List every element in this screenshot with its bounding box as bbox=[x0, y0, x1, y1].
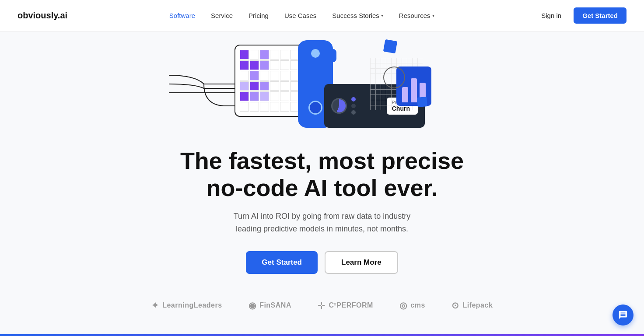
chat-icon bbox=[618, 310, 628, 320]
hero-get-started-button[interactable]: Get Started bbox=[246, 251, 318, 274]
chevron-down-icon: ▾ bbox=[381, 13, 383, 18]
bottom-bar bbox=[0, 334, 644, 336]
chevron-down-icon: ▾ bbox=[432, 13, 434, 18]
logo-lifepack: ⊙ Lifepack bbox=[452, 300, 493, 311]
hero-subtitle: Turn AI into ROI by going from raw data … bbox=[221, 210, 423, 235]
logo-cms: ◎ cms bbox=[399, 300, 425, 311]
dot-1 bbox=[351, 97, 356, 102]
logos-strip: ✦ LearningLeaders ◉ FinSANA ⊹ C²PERFORM … bbox=[134, 300, 511, 311]
chat-widget[interactable] bbox=[612, 304, 634, 326]
nav-link-service[interactable]: Service bbox=[211, 12, 233, 19]
lifepack-icon: ⊙ bbox=[452, 300, 459, 311]
grid-device bbox=[234, 45, 304, 117]
nav-links: Software Service Pricing Use Cases Succe… bbox=[169, 12, 434, 19]
deco-square-2 bbox=[417, 97, 427, 107]
nav-link-use-cases[interactable]: Use Cases bbox=[284, 12, 316, 19]
navigation: obviously.ai Software Service Pricing Us… bbox=[0, 0, 644, 32]
nav-actions: Sign in Get Started bbox=[536, 7, 626, 24]
dial-icon bbox=[331, 98, 347, 114]
nav-link-software[interactable]: Software bbox=[169, 12, 195, 19]
c2perform-icon: ⊹ bbox=[318, 300, 326, 311]
hero-learn-more-button[interactable]: Learn More bbox=[325, 251, 398, 274]
logo[interactable]: obviously.ai bbox=[18, 10, 67, 21]
get-started-nav-button[interactable]: Get Started bbox=[574, 7, 626, 24]
nav-link-resources[interactable]: Resources ▾ bbox=[399, 12, 434, 19]
learning-leaders-icon: ✦ bbox=[151, 300, 159, 311]
deco-square-1 bbox=[383, 39, 397, 53]
dot-2 bbox=[351, 104, 356, 108]
hero-title: The fastest, most precise no-code AI too… bbox=[169, 147, 475, 201]
finsana-icon: ◉ bbox=[248, 300, 256, 311]
hero-section: Predicting: Churn The fastest, most prec… bbox=[0, 32, 644, 328]
nav-link-success-stories[interactable]: Success Stories ▾ bbox=[332, 12, 383, 19]
logo-learning-leaders: ✦ LearningLeaders bbox=[151, 300, 222, 311]
logo-finsana: ◉ FinSANA bbox=[248, 300, 291, 311]
chart-bar-2 bbox=[411, 78, 417, 102]
chart-bar-1 bbox=[402, 87, 408, 102]
nav-link-pricing[interactable]: Pricing bbox=[248, 12, 269, 19]
cms-icon: ◎ bbox=[399, 300, 407, 311]
logo-c2perform: ⊹ C²PERFORM bbox=[318, 300, 373, 311]
dot-3 bbox=[351, 110, 356, 115]
sign-in-button[interactable]: Sign in bbox=[536, 8, 567, 23]
hero-buttons: Get Started Learn More bbox=[246, 251, 398, 274]
deco-circle bbox=[383, 66, 405, 88]
hero-illustration: Predicting: Churn bbox=[169, 40, 475, 136]
